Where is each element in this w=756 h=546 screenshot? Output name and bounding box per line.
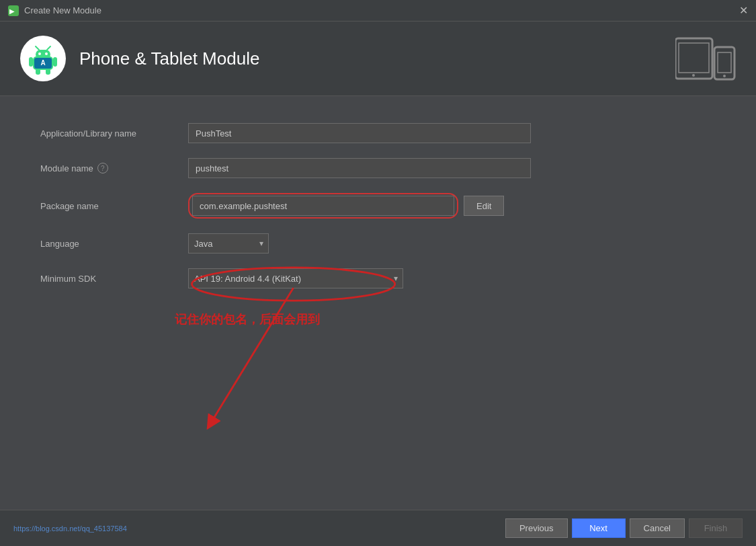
android-studio-icon: ▶ [8,5,19,16]
device-icons [675,35,736,82]
app-name-label: Application/Library name [40,128,188,139]
svg-text:A: A [40,59,45,67]
title-bar-text: Create New Module [24,5,101,15]
android-logo: A [20,36,66,81]
title-bar: ▶ Create New Module ✕ [0,0,756,22]
package-input-wrap: Edit [188,193,504,219]
svg-line-20 [210,288,293,423]
language-select-wrap: Java Kotlin [188,233,269,254]
package-name-row: Package name Edit [40,193,716,219]
dialog-footer: https://blog.csdn.net/qq_45137584 Previo… [0,510,756,546]
module-name-input[interactable] [188,158,531,178]
svg-rect-11 [46,69,50,75]
svg-point-16 [692,74,695,77]
app-name-row: Application/Library name [40,123,716,143]
dialog-content: Application/Library name Module name ? P… [0,96,756,510]
title-bar-left: ▶ Create New Module [8,5,101,16]
footer-url: https://blog.csdn.net/qq_45137584 [13,524,127,533]
language-select[interactable]: Java Kotlin [188,233,269,254]
svg-point-19 [723,75,726,77]
finish-button[interactable]: Finish [689,518,743,538]
dialog-title: Phone & Tablet Module [79,48,259,69]
svg-rect-15 [679,43,709,73]
svg-line-7 [47,46,50,50]
cancel-button[interactable]: Cancel [630,518,685,538]
phone-tablet-svg [675,35,736,82]
header-left: A Phone & Tablet Module [20,36,259,81]
package-name-highlight [188,193,458,219]
module-name-help-icon[interactable]: ? [97,163,108,173]
svg-rect-9 [53,57,57,67]
svg-text:▶: ▶ [9,7,15,15]
sdk-select[interactable]: API 14: Android 4.0 (IceCreamSandwich) A… [188,268,403,288]
dialog-header: A Phone & Tablet Module [0,22,756,96]
sdk-select-wrap: API 14: Android 4.0 (IceCreamSandwich) A… [188,268,403,288]
previous-button[interactable]: Previous [505,518,568,538]
package-name-label: Package name [40,201,188,211]
svg-rect-3 [36,50,50,59]
android-logo-svg: A [26,42,60,75]
svg-point-5 [45,52,48,55]
svg-line-6 [36,46,39,50]
close-button[interactable]: ✕ [739,5,748,16]
next-button[interactable]: Next [572,518,626,538]
svg-rect-10 [36,69,40,75]
svg-rect-18 [718,52,731,73]
app-name-input[interactable] [188,123,531,143]
module-name-label: Module name ? [40,163,188,173]
module-name-row: Module name ? [40,158,716,178]
package-name-input[interactable] [192,196,454,216]
language-label: Language [40,239,188,249]
sdk-label: Minimum SDK [40,274,188,284]
svg-point-4 [38,52,41,55]
language-row: Language Java Kotlin [40,233,716,254]
sdk-row: Minimum SDK API 14: Android 4.0 (IceCrea… [40,268,716,288]
svg-rect-8 [29,57,33,67]
edit-button[interactable]: Edit [464,196,504,216]
annotation-text: 记住你的包名，后面会用到 [175,311,320,327]
